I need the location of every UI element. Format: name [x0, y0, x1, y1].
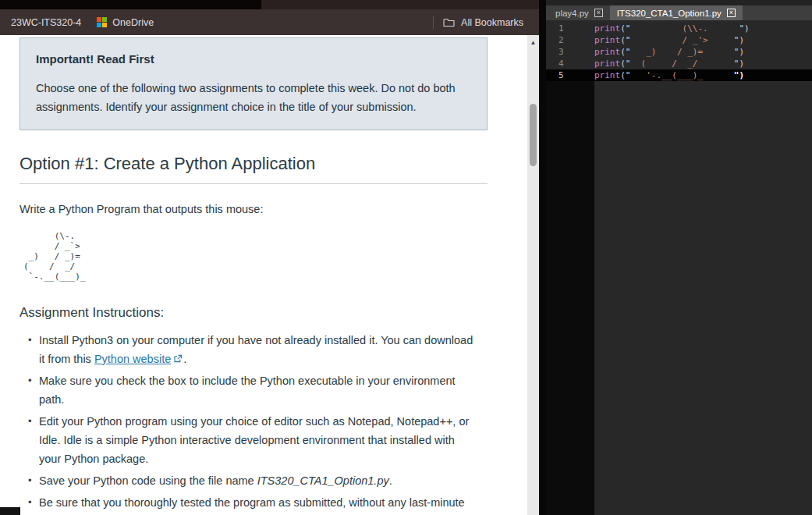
list-item-text: ITS320_CTA1_Option1.py [257, 474, 389, 487]
taskbar-corner [0, 507, 20, 515]
list-item: Save your Python code using the file nam… [39, 471, 479, 490]
callout-body: Choose one of the following two assignme… [36, 79, 466, 116]
tab-close-icon[interactable]: × [594, 9, 603, 17]
code-text: print(" (\\-. ") [594, 23, 750, 34]
editor-tab-label: ITS320_CTA1_Option1.py [617, 9, 722, 18]
list-item-text: . [389, 474, 392, 487]
page-content: Important! Read First Choose one of the … [0, 35, 527, 515]
bookmarks-bar: 23WC-ITS320-4 OneDrive All Bookmarks [0, 9, 539, 35]
browser-window: 23WC-ITS320-4 OneDrive All Bookmarks [0, 0, 539, 515]
editor-code-area[interactable]: 1print(" (\\-. ")2print(" / _'> ")3print… [546, 20, 812, 515]
bookmark-onedrive[interactable]: OneDrive [89, 13, 161, 32]
screen: 23WC-ITS320-4 OneDrive All Bookmarks [0, 0, 812, 515]
list-item-text: . [183, 353, 186, 365]
list-item: Be sure that you thoroughly tested the p… [39, 493, 479, 515]
bookmarks-bar-right: All Bookmarks [433, 16, 536, 29]
scroll-up-icon[interactable]: ▲ [527, 39, 539, 46]
line-number: 4 [546, 58, 594, 69]
list-item: Make sure you check the box to include t… [39, 371, 479, 409]
bookmark-course[interactable]: 23WC-ITS320-4 [3, 13, 89, 32]
code-line-2[interactable]: 2print(" / _'> ") [546, 34, 812, 46]
scrollbar[interactable]: ▲ [527, 35, 539, 515]
all-bookmarks-button[interactable]: All Bookmarks [443, 17, 523, 28]
code-line-3[interactable]: 3print(" _) / _)= ") [546, 46, 812, 58]
external-link-icon [173, 354, 183, 364]
code-text: print(" _) / _)= ") [594, 46, 744, 58]
code-text: print(" ( / _/ ") [594, 58, 744, 69]
editor-tab-ITS320_CTA1_Option1.py[interactable]: ITS320_CTA1_Option1.py× [610, 5, 743, 20]
bookmark-course-label: 23WC-ITS320-4 [11, 17, 81, 28]
browser-tab-strip[interactable] [0, 0, 539, 9]
editor-tab-play4.py[interactable]: play4.py× [548, 5, 610, 20]
code-text: print(" '-.__(___)_ ") [594, 69, 744, 81]
ascii-art-mouse: (\-. / _`> _) / _)= ( / _/ `-.__(___)_ [23, 231, 527, 282]
bookmarks-separator [433, 16, 434, 29]
callout-title: Important! Read First [36, 52, 471, 66]
list-item-text: Be sure that you thoroughly tested the p… [39, 496, 465, 515]
editor-top-strip [546, 0, 812, 5]
code-text: print(" / _'> ") [594, 34, 744, 46]
code-editor: play4.py×ITS320_CTA1_Option1.py× 1print(… [546, 0, 812, 515]
microsoft-logo-icon [97, 17, 107, 27]
list-item: Edit your Python program using your choi… [39, 412, 479, 468]
scrollbar-thumb[interactable] [530, 104, 537, 166]
bookmark-onedrive-label: OneDrive [112, 17, 154, 28]
intro-paragraph: Write a Python Program that outputs this… [20, 201, 527, 218]
line-number: 1 [546, 23, 594, 34]
editor-gutter [546, 81, 594, 515]
list-item-text: Edit your Python program using your choi… [39, 415, 469, 465]
line-number: 3 [546, 46, 594, 58]
python-website-link[interactable]: Python website [94, 353, 171, 365]
window-divider [539, 0, 546, 515]
line-number: 2 [546, 34, 594, 46]
code-line-5[interactable]: 5print(" '-.__(___)_ ") [546, 69, 812, 81]
list-item-text: Make sure you check the box to include t… [39, 375, 456, 406]
instructions-heading: Assignment Instructions: [20, 305, 527, 321]
all-bookmarks-label: All Bookmarks [461, 17, 523, 28]
code-line-1[interactable]: 1print(" (\\-. ") [546, 23, 812, 34]
line-number: 5 [546, 69, 594, 81]
browser-active-tab[interactable] [0, 0, 261, 9]
instructions-list: Install Python3 on your computer if you … [20, 331, 484, 515]
editor-code-lines: 1print(" (\\-. ")2print(" / _'> ")3print… [546, 23, 812, 81]
page-title: Option #1: Create a Python Application [20, 154, 488, 184]
important-callout: Important! Read First Choose one of the … [20, 37, 488, 130]
list-item: Install Python3 on your computer if you … [39, 331, 479, 368]
code-line-4[interactable]: 4print(" ( / _/ ") [546, 58, 812, 69]
editor-tab-bar: play4.py×ITS320_CTA1_Option1.py× [546, 5, 812, 20]
list-item-text: Save your Python code using the file nam… [39, 474, 257, 487]
folder-icon [443, 18, 455, 27]
editor-tab-label: play4.py [555, 9, 589, 18]
tab-close-icon[interactable]: × [727, 9, 736, 17]
